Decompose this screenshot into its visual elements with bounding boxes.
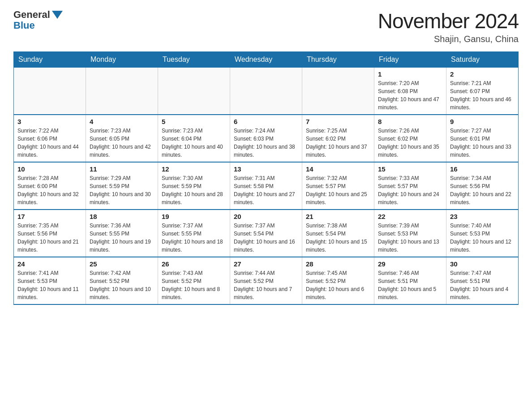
- day-info: Sunrise: 7:20 AM Sunset: 6:08 PM Dayligh…: [378, 79, 442, 111]
- day-info: Sunrise: 7:42 AM Sunset: 5:52 PM Dayligh…: [90, 269, 154, 301]
- day-number: 2: [450, 70, 515, 78]
- day-number: 22: [378, 213, 442, 220]
- column-header-friday: Friday: [374, 52, 446, 68]
- column-header-thursday: Thursday: [302, 52, 374, 68]
- calendar-cell: 1Sunrise: 7:20 AM Sunset: 6:08 PM Daylig…: [374, 68, 446, 115]
- day-number: 6: [234, 118, 298, 125]
- day-info: Sunrise: 7:43 AM Sunset: 5:52 PM Dayligh…: [162, 269, 226, 301]
- day-info: Sunrise: 7:28 AM Sunset: 6:00 PM Dayligh…: [17, 174, 82, 206]
- location-subtitle: Shajin, Gansu, China: [378, 34, 519, 44]
- day-info: Sunrise: 7:33 AM Sunset: 5:57 PM Dayligh…: [378, 174, 442, 206]
- calendar-cell: [14, 68, 86, 115]
- calendar-cell: 16Sunrise: 7:34 AM Sunset: 5:56 PM Dayli…: [446, 162, 519, 210]
- calendar-week-row: 1Sunrise: 7:20 AM Sunset: 6:08 PM Daylig…: [14, 68, 519, 115]
- calendar-cell: 23Sunrise: 7:40 AM Sunset: 5:53 PM Dayli…: [446, 210, 519, 257]
- day-number: 8: [378, 118, 442, 125]
- day-info: Sunrise: 7:39 AM Sunset: 5:53 PM Dayligh…: [378, 222, 442, 254]
- day-info: Sunrise: 7:25 AM Sunset: 6:02 PM Dayligh…: [306, 127, 370, 159]
- column-header-wednesday: Wednesday: [230, 52, 302, 68]
- calendar-cell: 21Sunrise: 7:38 AM Sunset: 5:54 PM Dayli…: [302, 210, 374, 257]
- day-info: Sunrise: 7:37 AM Sunset: 5:55 PM Dayligh…: [162, 222, 226, 254]
- day-info: Sunrise: 7:29 AM Sunset: 5:59 PM Dayligh…: [90, 174, 154, 206]
- calendar-cell: 30Sunrise: 7:47 AM Sunset: 5:51 PM Dayli…: [446, 257, 519, 304]
- title-area: November 2024 Shajin, Gansu, China: [378, 9, 519, 44]
- day-number: 4: [90, 118, 154, 125]
- calendar-cell: 7Sunrise: 7:25 AM Sunset: 6:02 PM Daylig…: [302, 115, 374, 162]
- day-number: 28: [306, 260, 370, 268]
- day-info: Sunrise: 7:46 AM Sunset: 5:51 PM Dayligh…: [378, 269, 442, 301]
- day-info: Sunrise: 7:23 AM Sunset: 6:05 PM Dayligh…: [90, 127, 154, 159]
- calendar-week-row: 17Sunrise: 7:35 AM Sunset: 5:56 PM Dayli…: [14, 210, 519, 257]
- day-number: 12: [162, 165, 226, 173]
- calendar-cell: 10Sunrise: 7:28 AM Sunset: 6:00 PM Dayli…: [14, 162, 86, 210]
- day-number: 10: [17, 165, 82, 173]
- calendar-header-row: SundayMondayTuesdayWednesdayThursdayFrid…: [14, 52, 519, 68]
- calendar-cell: [230, 68, 302, 115]
- month-year-title: November 2024: [378, 9, 519, 33]
- day-number: 25: [90, 260, 154, 268]
- calendar-cell: 26Sunrise: 7:43 AM Sunset: 5:52 PM Dayli…: [158, 257, 230, 304]
- calendar-table: SundayMondayTuesdayWednesdayThursdayFrid…: [13, 51, 519, 305]
- calendar-cell: 27Sunrise: 7:44 AM Sunset: 5:52 PM Dayli…: [230, 257, 302, 304]
- day-info: Sunrise: 7:36 AM Sunset: 5:55 PM Dayligh…: [90, 222, 154, 254]
- day-number: 3: [17, 118, 82, 125]
- calendar-cell: 12Sunrise: 7:30 AM Sunset: 5:59 PM Dayli…: [158, 162, 230, 210]
- calendar-cell: [302, 68, 374, 115]
- calendar-week-row: 3Sunrise: 7:22 AM Sunset: 6:06 PM Daylig…: [14, 115, 519, 162]
- calendar-week-row: 24Sunrise: 7:41 AM Sunset: 5:53 PM Dayli…: [14, 257, 519, 304]
- day-number: 19: [162, 213, 226, 220]
- day-number: 14: [306, 165, 370, 173]
- calendar-cell: 22Sunrise: 7:39 AM Sunset: 5:53 PM Dayli…: [374, 210, 446, 257]
- day-number: 13: [234, 165, 298, 173]
- calendar-cell: 20Sunrise: 7:37 AM Sunset: 5:54 PM Dayli…: [230, 210, 302, 257]
- day-number: 16: [450, 165, 515, 173]
- day-info: Sunrise: 7:34 AM Sunset: 5:56 PM Dayligh…: [450, 174, 515, 206]
- calendar-cell: 29Sunrise: 7:46 AM Sunset: 5:51 PM Dayli…: [374, 257, 446, 304]
- logo-blue-text: Blue: [13, 20, 35, 31]
- day-info: Sunrise: 7:40 AM Sunset: 5:53 PM Dayligh…: [450, 222, 515, 254]
- day-info: Sunrise: 7:44 AM Sunset: 5:52 PM Dayligh…: [234, 269, 298, 301]
- column-header-sunday: Sunday: [14, 52, 86, 68]
- calendar-cell: 14Sunrise: 7:32 AM Sunset: 5:57 PM Dayli…: [302, 162, 374, 210]
- day-number: 29: [378, 260, 442, 268]
- day-info: Sunrise: 7:26 AM Sunset: 6:02 PM Dayligh…: [378, 127, 442, 159]
- day-info: Sunrise: 7:41 AM Sunset: 5:53 PM Dayligh…: [17, 269, 82, 301]
- logo: General Blue: [13, 9, 63, 31]
- day-info: Sunrise: 7:30 AM Sunset: 5:59 PM Dayligh…: [162, 174, 226, 206]
- calendar-cell: 24Sunrise: 7:41 AM Sunset: 5:53 PM Dayli…: [14, 257, 86, 304]
- calendar-cell: 4Sunrise: 7:23 AM Sunset: 6:05 PM Daylig…: [86, 115, 158, 162]
- day-info: Sunrise: 7:32 AM Sunset: 5:57 PM Dayligh…: [306, 174, 370, 206]
- day-number: 17: [17, 213, 82, 220]
- day-info: Sunrise: 7:31 AM Sunset: 5:58 PM Dayligh…: [234, 174, 298, 206]
- column-header-monday: Monday: [86, 52, 158, 68]
- calendar-cell: 13Sunrise: 7:31 AM Sunset: 5:58 PM Dayli…: [230, 162, 302, 210]
- day-number: 26: [162, 260, 226, 268]
- calendar-cell: 3Sunrise: 7:22 AM Sunset: 6:06 PM Daylig…: [14, 115, 86, 162]
- day-number: 24: [17, 260, 82, 268]
- calendar-cell: 25Sunrise: 7:42 AM Sunset: 5:52 PM Dayli…: [86, 257, 158, 304]
- calendar-cell: [86, 68, 158, 115]
- day-number: 1: [378, 70, 442, 78]
- calendar-week-row: 10Sunrise: 7:28 AM Sunset: 6:00 PM Dayli…: [14, 162, 519, 210]
- calendar-cell: 2Sunrise: 7:21 AM Sunset: 6:07 PM Daylig…: [446, 68, 519, 115]
- column-header-saturday: Saturday: [446, 52, 519, 68]
- header: General Blue November 2024 Shajin, Gansu…: [13, 9, 519, 44]
- day-info: Sunrise: 7:22 AM Sunset: 6:06 PM Dayligh…: [17, 127, 82, 159]
- day-number: 15: [378, 165, 442, 173]
- logo-arrow-icon: [52, 11, 63, 19]
- day-info: Sunrise: 7:45 AM Sunset: 5:52 PM Dayligh…: [306, 269, 370, 301]
- calendar-cell: 11Sunrise: 7:29 AM Sunset: 5:59 PM Dayli…: [86, 162, 158, 210]
- calendar-cell: 17Sunrise: 7:35 AM Sunset: 5:56 PM Dayli…: [14, 210, 86, 257]
- calendar-cell: 8Sunrise: 7:26 AM Sunset: 6:02 PM Daylig…: [374, 115, 446, 162]
- day-info: Sunrise: 7:35 AM Sunset: 5:56 PM Dayligh…: [17, 222, 82, 254]
- day-info: Sunrise: 7:27 AM Sunset: 6:01 PM Dayligh…: [450, 127, 515, 159]
- column-header-tuesday: Tuesday: [158, 52, 230, 68]
- calendar-cell: [158, 68, 230, 115]
- calendar-cell: 5Sunrise: 7:23 AM Sunset: 6:04 PM Daylig…: [158, 115, 230, 162]
- day-number: 27: [234, 260, 298, 268]
- day-number: 18: [90, 213, 154, 220]
- day-number: 9: [450, 118, 515, 125]
- calendar-cell: 19Sunrise: 7:37 AM Sunset: 5:55 PM Dayli…: [158, 210, 230, 257]
- day-info: Sunrise: 7:37 AM Sunset: 5:54 PM Dayligh…: [234, 222, 298, 254]
- calendar-cell: 9Sunrise: 7:27 AM Sunset: 6:01 PM Daylig…: [446, 115, 519, 162]
